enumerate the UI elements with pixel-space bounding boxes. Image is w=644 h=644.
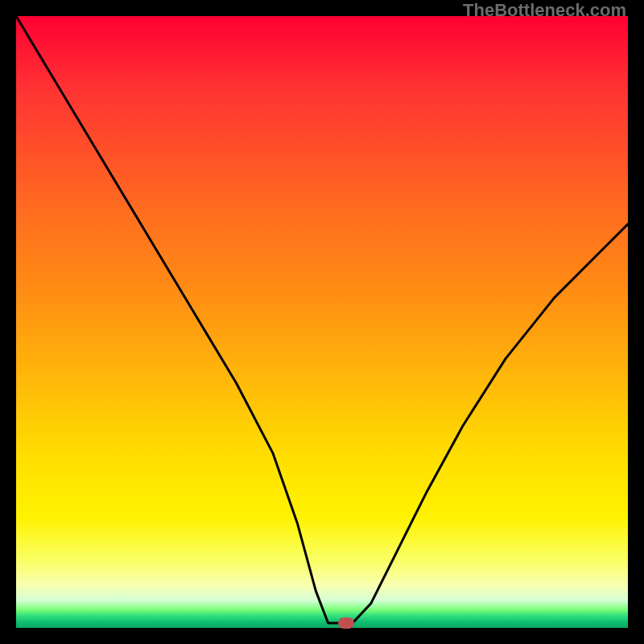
chart-frame: TheBottleneck.com bbox=[0, 0, 644, 644]
optimum-marker bbox=[338, 617, 354, 629]
bottleneck-curve bbox=[16, 16, 628, 628]
plot-area bbox=[16, 16, 628, 628]
curve-path bbox=[16, 16, 628, 623]
